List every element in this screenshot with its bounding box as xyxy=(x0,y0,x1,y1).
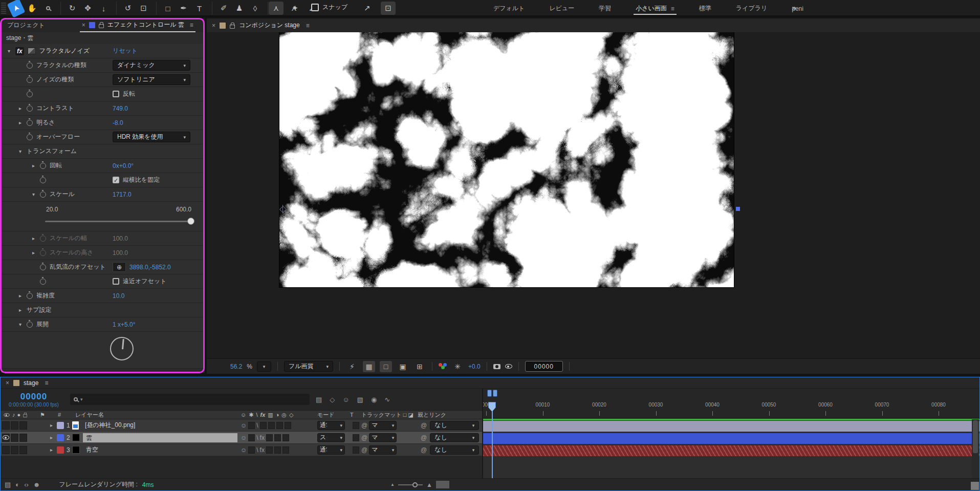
puppet-starch-pin-tool[interactable]: ⋏ xyxy=(287,2,301,15)
solo-column-icon[interactable]: ● xyxy=(17,412,21,418)
adjustment-cell[interactable] xyxy=(282,446,289,454)
mode-column-header[interactable]: モード xyxy=(317,411,350,419)
layer-name[interactable]: [昼の神社_00.png] xyxy=(82,421,138,430)
layer-row[interactable]: ▸2雲☺\fxスクリーン▾@マット▾@なし▾ xyxy=(1,432,482,444)
layer-solo-toggle[interactable] xyxy=(19,434,27,442)
zoom-tool[interactable] xyxy=(40,2,55,15)
layer-solo-toggle[interactable] xyxy=(19,446,27,454)
twirl-icon[interactable]: ▸ xyxy=(17,293,23,298)
selection-tool[interactable]: ➤ xyxy=(7,0,26,18)
stopwatch-icon[interactable] xyxy=(40,191,46,198)
shy-icon[interactable]: ☺ xyxy=(241,434,247,441)
resize-grip[interactable] xyxy=(971,482,979,490)
effect-value[interactable]: 3898.0,-5852.0 xyxy=(129,264,171,271)
unlock-icon[interactable] xyxy=(230,25,235,29)
layer-duration-track[interactable] xyxy=(483,420,979,433)
parent-pickwhip-icon[interactable]: @ xyxy=(421,434,427,441)
layer-row[interactable]: ▸3青空☺\fx通常▾@マット▾@なし▾ xyxy=(1,444,482,456)
effect-value[interactable]: 1 x+5.0° xyxy=(113,321,136,328)
close-icon[interactable]: × xyxy=(6,379,9,387)
stopwatch-icon[interactable] xyxy=(40,236,46,242)
tab-effect-controls[interactable]: × エフェクトコントロール 雲 ≡ xyxy=(80,18,195,32)
frame-blending-icon[interactable]: ▧ xyxy=(357,396,363,403)
stopwatch-icon[interactable] xyxy=(40,250,46,256)
timeline-zoom-slider[interactable] xyxy=(398,484,423,485)
effect-value[interactable]: 100.0 xyxy=(113,249,128,257)
dolly-camera-tool[interactable]: ↓ xyxy=(96,2,111,15)
transparency-grid-icon[interactable]: ▦ xyxy=(363,361,375,372)
audio-column-icon[interactable]: ♪ xyxy=(12,412,15,418)
layer-label-color[interactable] xyxy=(57,434,64,441)
slider-track[interactable] xyxy=(45,221,190,222)
effect-value[interactable]: 10.0 xyxy=(113,292,124,300)
work-area-end-handle[interactable] xyxy=(493,390,497,397)
current-frame-display[interactable]: 00000 xyxy=(4,392,64,402)
hide-shy-layers-icon[interactable]: ☺ xyxy=(342,396,349,403)
mask-visibility-icon[interactable]: □ xyxy=(380,361,392,372)
layer-lock-toggle[interactable] xyxy=(28,421,36,430)
composition-image-fractal-noise[interactable] xyxy=(279,32,734,287)
effect-value[interactable]: 0x+0.0° xyxy=(113,162,134,169)
layer-name-column-header[interactable]: レイヤー名 xyxy=(72,411,241,419)
layer-audio-toggle[interactable] xyxy=(11,421,18,430)
graph-editor-icon[interactable]: ∿ xyxy=(384,396,390,403)
fx-cell[interactable] xyxy=(260,422,267,429)
effect-dropdown[interactable]: ダイナミック▾ xyxy=(113,60,190,71)
effect-checkbox[interactable] xyxy=(113,278,119,285)
time-ruler[interactable]: 0000000010000200003000040000500006000070… xyxy=(483,389,979,418)
t-column-header[interactable]: T xyxy=(350,412,361,418)
layer-solo-toggle[interactable] xyxy=(19,421,27,430)
pen-tool[interactable]: ✒ xyxy=(176,2,191,15)
parent-pickwhip-icon[interactable]: @ xyxy=(421,422,427,429)
shy-icon[interactable]: ☺ xyxy=(241,412,246,418)
magnification-dropdown[interactable]: ▾ xyxy=(257,361,271,372)
twirl-icon[interactable]: ▾ xyxy=(6,48,12,54)
motion-blur-cell[interactable] xyxy=(276,422,283,429)
layer-bounds-handle[interactable] xyxy=(736,207,740,211)
adjustment-layer-icon[interactable]: ◎ xyxy=(281,412,287,418)
lock-column-icon[interactable] xyxy=(23,414,27,417)
preview-timecode-field[interactable]: 00000 xyxy=(525,361,563,372)
shape-arrow-icon[interactable]: ↗ xyxy=(360,2,375,15)
video-column-icon[interactable] xyxy=(4,413,9,416)
toggle-transfer-controls-icon[interactable]: ◐ xyxy=(15,481,19,488)
timeline-tab-label[interactable]: stage xyxy=(24,379,38,387)
layer-audio-toggle[interactable] xyxy=(11,446,18,454)
panel-menu-icon[interactable]: ≡ xyxy=(190,22,193,29)
layer-duration-track[interactable] xyxy=(483,433,979,445)
effect-dropdown[interactable]: ソフトリニア▾ xyxy=(113,74,190,85)
close-icon[interactable]: × xyxy=(82,22,85,29)
orbit-camera-tool[interactable]: ↻ xyxy=(60,2,79,15)
motion-blur-icon[interactable]: ◉ xyxy=(371,396,377,403)
twirl-icon[interactable]: ▾ xyxy=(31,191,36,197)
twirl-icon[interactable]: ▸ xyxy=(31,250,36,255)
close-icon[interactable]: × xyxy=(212,22,215,29)
frame-blend-cell[interactable] xyxy=(266,446,273,454)
stopwatch-icon[interactable] xyxy=(27,134,33,140)
layer-twirl-icon[interactable]: ▸ xyxy=(49,447,54,453)
layer-label-color[interactable] xyxy=(57,446,64,454)
motion-blur-icon[interactable]: ◑ xyxy=(276,412,279,418)
layer-twirl-icon[interactable]: ▸ xyxy=(49,422,54,428)
workspace-tab-学習[interactable]: 学習 xyxy=(598,1,612,16)
camera-track-tool[interactable]: ⊡ xyxy=(136,2,151,15)
blend-mode-dropdown[interactable]: 通常▾ xyxy=(317,445,345,455)
grid-guides-icon[interactable]: ⊞ xyxy=(413,361,426,372)
anchor-target-icon[interactable]: ⊕ xyxy=(113,262,126,272)
fx-icon[interactable]: fx xyxy=(260,446,265,454)
twirl-icon[interactable]: ▸ xyxy=(17,307,23,313)
layer-twirl-icon[interactable]: ▸ xyxy=(49,435,54,440)
frame-blend-icon[interactable]: ▥ xyxy=(268,412,273,418)
timeline-track-area[interactable]: 0000000010000200003000040000500006000070… xyxy=(483,389,979,478)
workspace-tab-レビュー[interactable]: レビュー xyxy=(548,1,575,16)
unlock-icon[interactable] xyxy=(99,24,104,28)
stopwatch-icon[interactable] xyxy=(27,105,33,112)
adjustment-cell[interactable] xyxy=(285,422,291,429)
exposure-value[interactable]: +0.0 xyxy=(468,363,481,370)
label-column-icon[interactable]: ⚑ xyxy=(36,412,49,418)
stopwatch-icon[interactable] xyxy=(27,322,33,328)
twirl-icon[interactable]: ▾ xyxy=(17,148,23,154)
magnification-value[interactable]: 56.2 xyxy=(230,363,242,370)
rotate-tool[interactable]: ↺ xyxy=(116,2,135,15)
blend-mode-dropdown[interactable]: 通常▾ xyxy=(317,421,345,430)
